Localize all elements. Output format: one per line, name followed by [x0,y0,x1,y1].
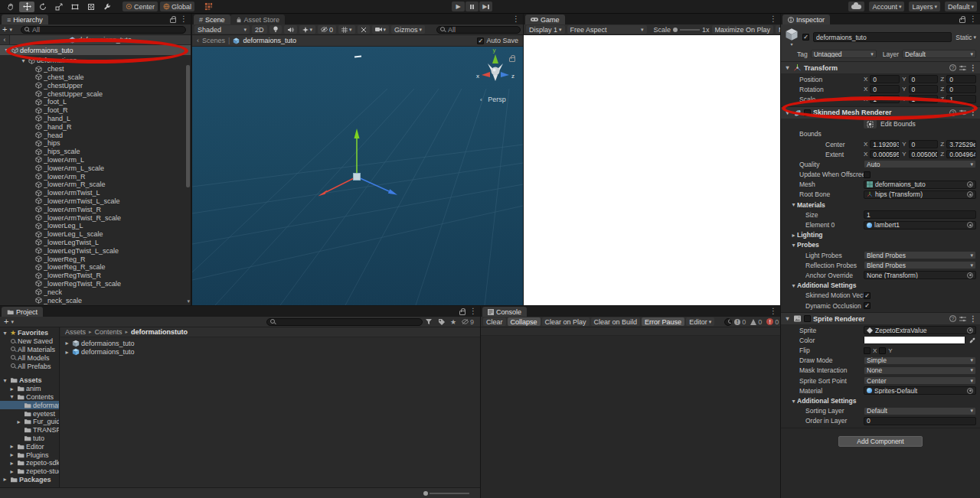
foldout-arrow-icon[interactable]: ▾ [2,377,8,384]
foldout-arrow-icon[interactable]: ▸ [8,443,15,450]
object-field-mesh[interactable]: deformaions_tuto [864,181,976,189]
project-tree-folder[interactable]: ▸Packages [0,476,59,484]
hierarchy-item[interactable]: _lowerArmTwist_R_scale [0,213,191,222]
project-tree-folder[interactable]: ▸Plugins [0,451,59,459]
orientation-gizmo[interactable]: y x z ‹ Persp [476,47,514,103]
object-picker-icon[interactable] [967,222,973,228]
shading-mode-dropdown[interactable]: Shaded▾ [194,25,250,34]
object-field-element-0[interactable]: lambert1 [864,221,976,229]
hierarchy-item[interactable]: _lowerRegTwist_R [0,272,191,280]
move-tool-icon[interactable] [19,2,34,12]
dropdown-light-probes[interactable]: Blend Probes▾ [864,251,976,259]
console-button-clear[interactable]: Clear [483,317,506,326]
gameobject-name-field[interactable]: deformaions_tuto [813,32,952,42]
dropdown-sprite-sort-point[interactable]: Center▾ [864,376,976,385]
auto-save-checkbox[interactable]: ✓ [477,37,484,44]
tab-console[interactable]: Console [482,307,527,317]
lock-icon[interactable] [459,311,466,315]
project-favorites-header[interactable]: ▾★Favorites [0,329,59,337]
orientation-global-button[interactable]: Global [160,2,194,11]
kebab-menu-icon[interactable]: ⋮ [769,308,777,315]
component-header-skinned-mesh-renderer[interactable]: ▾Skinned Mesh Renderer?⋮ [781,107,980,119]
hierarchy-item[interactable]: _lowerLeg_L_scale [0,230,191,239]
rect-tool-icon[interactable] [67,2,83,12]
foldout-arrow-icon[interactable]: ▾ [784,64,791,71]
pause-button[interactable] [466,2,479,11]
hierarchy-item[interactable]: _hips_scale [0,148,191,156]
hierarchy-item[interactable]: _hand_L [0,115,191,123]
hierarchy-item-group[interactable]: ▾deformations [0,57,191,65]
project-tree-folder[interactable]: ▾Assets [0,376,59,385]
breadcrumb-segment[interactable]: deformationstuto [131,328,188,336]
vector-field[interactable]: 0 [946,85,976,93]
hierarchy-item[interactable]: _lowerArm_R_scale [0,181,191,189]
hierarchy-item[interactable]: _chestUpper [0,81,191,90]
help-icon[interactable]: ? [949,64,956,71]
expand-arrow-icon[interactable]: ▸ [64,340,70,347]
save-search-star-icon[interactable]: ★ [450,318,456,326]
presets-icon[interactable] [959,316,966,322]
error-count-badge[interactable]: !0 [766,318,779,326]
console-button-clear-on-play[interactable]: Clear on Play [542,317,590,326]
gizmos-dropdown[interactable]: Gizmos▾ [391,25,425,34]
vector-field[interactable]: 0 [946,75,976,83]
vector-field[interactable]: 1 [946,95,976,103]
kebab-menu-icon[interactable]: ⋮ [180,15,188,23]
checkbox-dynamic-occlusion[interactable]: ✓ [864,302,871,309]
step-button[interactable]: ▶ [479,2,492,11]
foldout-arrow-icon[interactable]: ▸ [8,451,15,458]
dropdown-sorting-layer[interactable]: Default▾ [864,407,976,415]
layers-dropdown[interactable]: Layers▾ [909,2,940,11]
prefab-back-button[interactable]: ‹ [0,35,10,44]
pivot-center-button[interactable]: Center [122,2,158,11]
maximize-on-play-button[interactable]: Maximize On Play [712,25,774,34]
kebab-menu-icon[interactable]: ⋮ [512,15,520,23]
component-enabled-checkbox[interactable] [804,109,811,116]
grid-snap-icon[interactable] [201,2,216,12]
scene-lighting-toggle[interactable] [270,25,282,34]
console-button-error-pause[interactable]: Error Pause [642,317,684,326]
breadcrumb-scene-name[interactable]: deformaions_tuto [243,37,296,44]
vector-field[interactable]: 0 [909,140,939,148]
foldout-arrow-icon[interactable]: ▾ [3,47,10,54]
project-favorite-item[interactable]: New Saved [0,337,59,346]
foldout-materials[interactable]: ▾Materials [781,200,980,210]
play-button[interactable]: ▶ [452,2,465,11]
warning-count-badge[interactable]: 0 [750,318,762,326]
kebab-menu-icon[interactable]: ⋮ [769,15,777,23]
hierarchy-item[interactable]: _lowerReg_R [0,255,191,263]
help-icon[interactable]: ? [949,315,956,322]
hierarchy-item[interactable]: _lowerLeg_L [0,222,191,230]
foldout-arrow-icon[interactable]: ▾ [2,330,8,337]
kebab-menu-icon[interactable]: ⋮ [469,308,477,315]
hierarchy-item[interactable]: _hips [0,139,191,148]
foldout-arrow-icon[interactable]: ▸ [2,476,8,483]
presets-icon[interactable] [959,109,966,116]
layout-dropdown[interactable]: Default▾ [945,2,977,11]
dropdown-quality[interactable]: Auto▾ [864,160,976,168]
breadcrumb-scenes[interactable]: Scenes [202,37,225,44]
foldout-additional-settings[interactable]: ▾Additional Settings [781,395,980,405]
project-tree-folder[interactable]: TRANSPA [0,426,59,435]
scene-visibility-toggle[interactable]: 0 [318,25,336,34]
lock-icon[interactable] [959,18,965,23]
hierarchy-item[interactable]: _chestUpper_scale [0,90,191,98]
project-tree-folder[interactable]: ▸zepeto-stud [0,467,59,476]
foldout-lighting[interactable]: ▸Lighting [781,230,980,240]
scale-tool-icon[interactable] [51,2,67,12]
hierarchy-item-root-selected[interactable]: ▾deformaions_tuto [0,45,191,55]
custom-tool-icon[interactable] [100,2,115,12]
vector-field[interactable]: 0 [870,75,900,83]
scale-slider-knob[interactable] [673,28,678,32]
console-button-collapse[interactable]: Collapse [508,317,541,326]
foldout-arrow-icon[interactable]: ▸ [8,386,15,392]
object-picker-icon[interactable] [967,191,973,197]
foldout-arrow-icon[interactable]: ▾ [20,57,27,64]
object-field-sprite[interactable]: ZepetoExtraValue [864,326,976,334]
flip-x-checkbox[interactable] [864,347,871,354]
aspect-ratio-dropdown[interactable]: Free Aspect▾ [567,25,647,34]
vector-field[interactable]: 0.004964 [946,150,976,158]
object-picker-icon[interactable] [967,181,973,187]
hierarchy-item[interactable]: _head [0,131,191,139]
hierarchy-item[interactable]: _neck_scale [0,296,191,304]
